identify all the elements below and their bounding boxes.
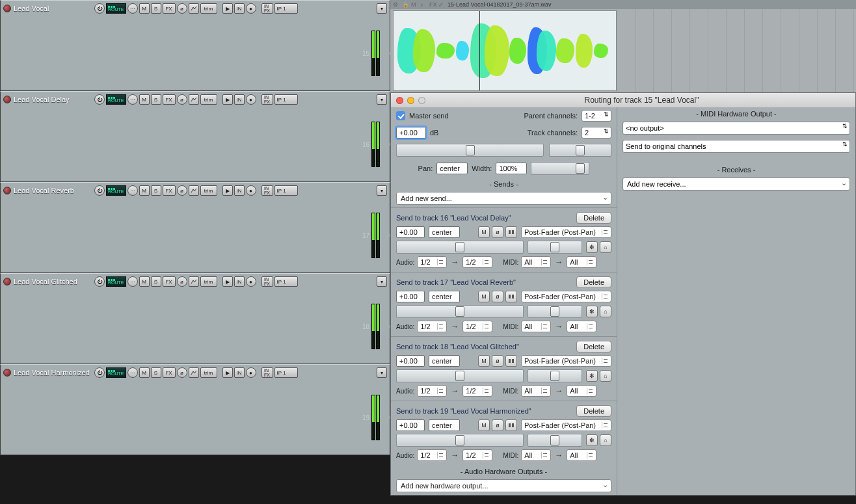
play-icon[interactable]: ▶ [222,94,233,105]
input-mode-button[interactable]: IN [234,3,245,14]
send-phase-icon[interactable]: ø [492,419,503,431]
record-arm-button[interactable] [3,96,11,103]
trim-button[interactable]: trim [200,276,217,287]
send-mode-select[interactable]: Post-Fader (Post-Pan) [521,226,611,238]
waveform[interactable] [393,10,617,91]
phase-icon[interactable]: ø [177,185,187,196]
send-audio-dst-select[interactable]: 1/2 [462,449,492,461]
master-volume-slider[interactable] [396,144,544,157]
send-settings-icon[interactable]: ✻ [586,306,598,317]
input-fx-icon[interactable]: INFX [261,185,273,196]
mute-button[interactable]: M [139,276,150,287]
send-pan-input[interactable]: center [429,226,460,238]
fx-button[interactable]: FX [163,276,176,287]
send-goto-icon[interactable]: ⌂ [600,306,611,317]
solo-button[interactable]: S [151,185,161,196]
clip-gear-icon[interactable]: ⚙ [393,1,399,8]
width-input[interactable]: 100% [496,163,527,174]
route-button[interactable]: ROUTE [106,94,126,105]
play-icon[interactable]: ▶ [222,367,233,378]
track-name[interactable]: Lead Vocal Reverb [14,187,92,194]
track-dropdown-icon[interactable]: ▾ [377,3,387,14]
send-pan-input[interactable]: center [429,355,460,367]
record-arm-button[interactable] [3,369,11,377]
track-row[interactable]: Lead Vocal Delay ⏻ ROUTE ⋯ M S FX ø trim… [0,91,390,182]
track-menu-icon[interactable]: ⋯ [127,3,138,14]
record-arm-button[interactable] [3,278,11,285]
fx-button[interactable]: FX [163,3,176,14]
send-pan-slider[interactable] [528,241,582,254]
track-row[interactable]: Lead Vocal Reverb ⏻ ROUTE ⋯ M S FX ø tri… [0,182,390,273]
monitor-icon[interactable]: ● [246,94,256,105]
send-mode-select[interactable]: Post-Fader (Post-Pan) [521,419,611,431]
monitor-icon[interactable]: ● [246,276,256,287]
send-mono-icon[interactable] [505,419,517,431]
add-hw-output-combo[interactable]: Add new hardware output... [396,479,611,492]
play-icon[interactable]: ▶ [222,276,233,287]
add-receive-combo[interactable]: Add new receive... [622,178,850,191]
send-pan-slider[interactable] [528,434,582,447]
send-mono-icon[interactable] [505,355,517,367]
mute-button[interactable]: M [139,94,150,105]
send-midi-dst-select[interactable]: All [567,449,596,461]
track-dropdown-icon[interactable]: ▾ [377,94,387,105]
send-volume-slider[interactable] [396,305,524,318]
delete-send-button[interactable]: Delete [576,405,611,417]
track-name[interactable]: Lead Vocal Delay [14,96,92,103]
send-volume-slider[interactable] [396,434,524,447]
clip-body[interactable] [390,9,856,92]
track-name[interactable]: Lead Vocal [14,5,92,12]
track-power-icon[interactable]: ⏻ [94,94,105,105]
master-volume-input[interactable]: +0.00 [396,127,426,139]
envelope-icon[interactable] [189,94,199,105]
track-dropdown-icon[interactable]: ▾ [377,185,387,196]
send-volume-slider[interactable] [396,369,524,382]
input-fx-icon[interactable]: INFX [261,367,273,378]
solo-button[interactable]: S [151,276,161,287]
input-fx-icon[interactable]: INFX [261,276,273,287]
track-power-icon[interactable]: ⏻ [94,185,105,196]
input-fx-icon[interactable]: INFX [261,3,273,14]
input-select[interactable]: IP 1 [274,3,298,14]
master-pan-slider[interactable] [549,144,611,157]
monitor-icon[interactable]: ● [246,3,256,14]
route-button[interactable]: ROUTE [106,185,126,196]
track-row[interactable]: Lead Vocal Glitched ⏻ ROUTE ⋯ M S FX ø t… [0,273,390,364]
master-send-checkbox[interactable] [396,111,405,120]
mute-button[interactable]: M [139,3,150,14]
fx-button[interactable]: FX [163,185,176,196]
send-audio-src-select[interactable]: 1/2 [417,385,447,397]
clip-expand-icon[interactable]: ⤢ [438,1,445,8]
send-midi-src-select[interactable]: All [521,256,551,268]
envelope-icon[interactable] [189,367,199,378]
monitor-icon[interactable]: ● [246,367,256,378]
trim-button[interactable]: trim [200,3,217,14]
track-power-icon[interactable]: ⏻ [94,3,105,14]
play-icon[interactable]: ▶ [222,185,233,196]
route-button[interactable]: ROUTE [106,276,126,287]
track-name[interactable]: Lead Vocal Glitched [14,278,92,285]
send-goto-icon[interactable]: ⌂ [600,370,611,382]
send-midi-src-select[interactable]: All [521,449,551,461]
input-select[interactable]: IP 1 [274,276,298,287]
input-fx-icon[interactable]: INFX [261,94,273,105]
send-goto-icon[interactable]: ⌂ [600,241,611,253]
send-midi-dst-select[interactable]: All [567,321,596,332]
input-mode-button[interactable]: IN [234,276,245,287]
fx-button[interactable]: FX [163,367,176,378]
playhead[interactable] [479,11,480,90]
delete-send-button[interactable]: Delete [576,212,611,224]
trim-button[interactable]: trim [200,185,217,196]
send-audio-dst-select[interactable]: 1/2 [462,321,492,332]
send-mute-button[interactable]: M [478,226,490,238]
mute-button[interactable]: M [139,185,150,196]
send-mute-button[interactable]: M [478,291,490,302]
route-button[interactable]: ROUTE [106,3,126,14]
solo-button[interactable]: S [151,3,161,14]
track-menu-icon[interactable]: ⋯ [127,185,138,196]
send-audio-src-select[interactable]: 1/2 [417,256,447,268]
phase-icon[interactable]: ø [177,367,187,378]
monitor-icon[interactable]: ● [246,185,256,196]
window-zoom-icon[interactable] [418,97,425,104]
send-audio-src-select[interactable]: 1/2 [417,321,447,332]
